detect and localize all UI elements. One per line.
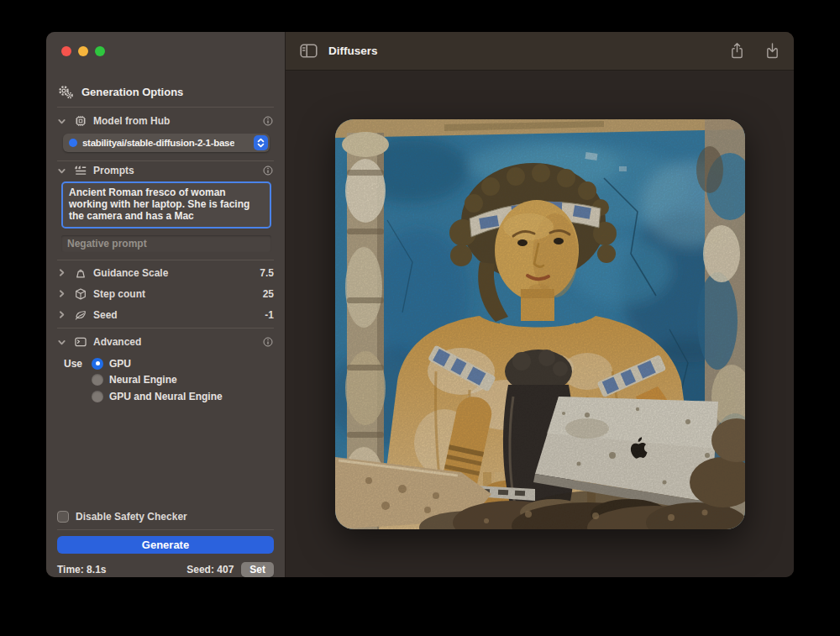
generate-button[interactable]: Generate [57, 536, 274, 554]
chevron-right-icon [57, 310, 67, 319]
chevron-down-icon [57, 166, 67, 176]
step-count-label: Step count [93, 288, 145, 300]
image-canvas [286, 71, 794, 577]
safety-checker-label: Disable Safety Checker [76, 511, 187, 523]
use-label: Use [64, 358, 86, 370]
radio-gpu-and-neural-engine-label: GPU and Neural Engine [109, 391, 223, 402]
model-popup-value: stabilityai/stable-diffusion-2-1-base [82, 138, 234, 148]
chevron-right-icon [57, 268, 67, 277]
radio-row-gpu-and-neural-engine[interactable]: GPU and Neural Engine [64, 388, 274, 405]
seed-status: Seed: 407 [186, 564, 234, 576]
time-status: Time: 8.1s [57, 564, 106, 576]
info-icon[interactable] [262, 336, 274, 348]
desktop: Generation Options Model from Hub [0, 0, 840, 636]
negative-prompt-input[interactable] [61, 235, 271, 252]
compute-unit-group: Use GPU Neural Engine GPU and Neural Eng… [64, 355, 274, 405]
divider [57, 529, 274, 530]
save-icon[interactable] [765, 42, 780, 60]
chevron-right-icon [57, 289, 67, 298]
radio-row-neural-engine[interactable]: Neural Engine [64, 372, 274, 389]
divider [57, 328, 274, 329]
parameters: Guidance Scale 7.5 Step count 25 [46, 262, 285, 325]
radio-neural-engine[interactable] [92, 374, 103, 386]
model-label: Model from Hub [93, 115, 170, 127]
prompts-section[interactable]: Prompts [46, 162, 285, 179]
guidance-scale-value: 7.5 [260, 267, 274, 279]
spacer [46, 405, 285, 511]
prompts-label: Prompts [93, 165, 134, 176]
divider [57, 260, 274, 260]
divider [57, 160, 274, 161]
zoom-button[interactable] [95, 46, 105, 56]
weight-icon [72, 266, 88, 280]
chevron-down-icon [57, 117, 67, 126]
step-count-value: 25 [263, 288, 274, 300]
advanced-section[interactable]: Advanced [46, 334, 285, 350]
sidebar-title: Generation Options [81, 86, 183, 98]
generated-image[interactable] [335, 119, 745, 529]
sidebar-toggle-icon[interactable] [300, 44, 318, 58]
model-from-hub-section[interactable]: Model from Hub [46, 113, 285, 129]
divider [57, 107, 274, 108]
step-count-row[interactable]: Step count 25 [46, 283, 285, 304]
popup-stepper-icon [254, 135, 268, 150]
status-bar: Time: 8.1s Seed: 407 Set [46, 562, 285, 577]
guidance-scale-label: Guidance Scale [93, 267, 168, 279]
main-area: Diffusers [286, 32, 794, 577]
disable-safety-checkbox[interactable] [57, 511, 69, 523]
radio-gpu[interactable] [92, 358, 103, 370]
minimize-button[interactable] [78, 46, 88, 56]
seed-value: -1 [265, 309, 274, 321]
sidebar: Generation Options Model from Hub [46, 32, 286, 577]
quote-icon [72, 164, 88, 177]
seed-row[interactable]: Seed -1 [46, 304, 285, 325]
info-icon[interactable] [262, 115, 274, 127]
chevron-down-icon [57, 338, 67, 347]
gears-icon [57, 85, 74, 99]
titlebar-actions [730, 42, 780, 60]
cpu-icon [72, 114, 88, 128]
radio-gpu-label: GPU [109, 358, 131, 370]
share-icon[interactable] [730, 42, 744, 60]
seed-label: Seed [93, 309, 118, 321]
model-popup-button[interactable]: stabilityai/stable-diffusion-2-1-base [63, 134, 270, 152]
diffusers-window: Generation Options Model from Hub [46, 32, 794, 577]
leaf-icon [72, 308, 88, 322]
prompt-input[interactable]: Ancient Roman fresco of woman working wi… [61, 181, 271, 229]
radio-gpu-and-neural-engine[interactable] [92, 391, 103, 402]
generation-options-header: Generation Options [46, 83, 285, 100]
guidance-scale-row[interactable]: Guidance Scale 7.5 [46, 262, 285, 283]
titlebar: Diffusers [286, 32, 794, 71]
safety-checker-row[interactable]: Disable Safety Checker [46, 510, 285, 523]
advanced-label: Advanced [93, 336, 141, 348]
radio-row-gpu[interactable]: Use GPU [64, 355, 274, 372]
close-button[interactable] [61, 46, 71, 56]
model-status-dot [69, 139, 77, 147]
info-icon[interactable] [262, 165, 274, 176]
traffic-lights [46, 32, 285, 56]
radio-neural-engine-label: Neural Engine [109, 374, 177, 386]
terminal-icon [72, 335, 88, 349]
set-seed-button[interactable]: Set [241, 562, 274, 577]
window-title: Diffusers [328, 45, 378, 57]
cube-icon [72, 287, 88, 301]
